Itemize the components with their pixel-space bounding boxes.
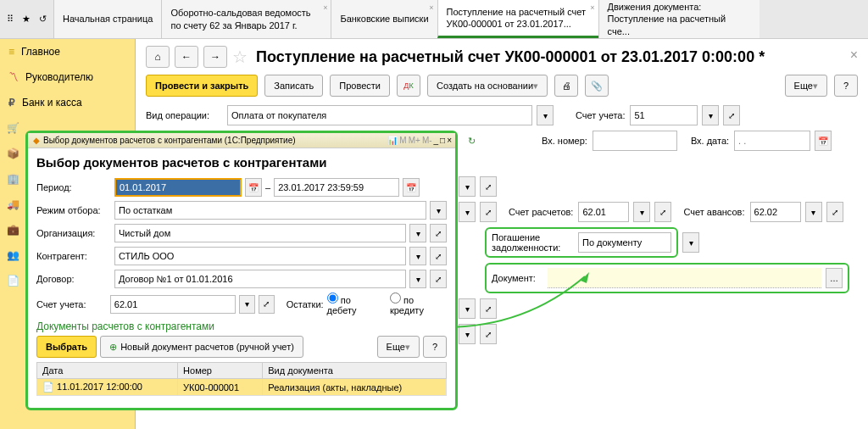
dropdown-icon[interactable]: ▾ bbox=[409, 270, 426, 288]
open-icon[interactable]: ⤢ bbox=[480, 298, 497, 319]
back-button[interactable]: ← bbox=[175, 46, 198, 68]
dropdown-icon[interactable]: ▾ bbox=[459, 202, 476, 222]
dropdown-icon[interactable]: ▾ bbox=[459, 324, 476, 344]
print-button[interactable]: 🖨 bbox=[554, 75, 578, 97]
create-based-button[interactable]: Создать на основании bbox=[427, 75, 548, 97]
period-from-input[interactable] bbox=[114, 178, 242, 197]
tab-home[interactable]: Начальная страница bbox=[53, 0, 161, 38]
dropdown-icon[interactable]: ▾ bbox=[633, 202, 650, 222]
advance-account-input[interactable] bbox=[750, 202, 801, 222]
refresh-icon[interactable]: ↻ bbox=[468, 136, 476, 147]
new-doc-button[interactable]: ⊕Новый документ расчетов (ручной учет) bbox=[100, 336, 303, 358]
apps-icon[interactable]: ⠿ bbox=[7, 14, 14, 25]
m-icon[interactable]: M bbox=[399, 136, 406, 145]
sidebar-item-9[interactable]: 👥 bbox=[0, 242, 25, 268]
home-button[interactable]: ⌂ bbox=[146, 46, 170, 68]
tab-osv[interactable]: Оборотно-сальдовая ведомость по счету 62… bbox=[161, 0, 331, 38]
section-title: Документы расчетов с контрагентами bbox=[36, 320, 447, 332]
open-icon[interactable]: ⤢ bbox=[430, 224, 447, 242]
sidebar-item-5[interactable]: 📦 bbox=[0, 141, 25, 166]
close-icon[interactable]: × bbox=[590, 3, 594, 14]
open-icon[interactable]: ⤢ bbox=[480, 176, 497, 197]
sidebar-item-10[interactable]: 📄 bbox=[0, 268, 25, 293]
dropdown-icon[interactable]: ▾ bbox=[430, 201, 447, 220]
history-icon[interactable]: ↺ bbox=[39, 14, 47, 25]
sidebar-item-4[interactable]: 🛒 bbox=[0, 115, 25, 141]
favorite-icon[interactable]: ☆ bbox=[232, 47, 248, 67]
dropdown-icon[interactable]: ▾ bbox=[682, 232, 699, 253]
selection-mode-input[interactable] bbox=[114, 201, 426, 220]
col-doctype[interactable]: Вид документа bbox=[263, 363, 447, 379]
save-button[interactable]: Записать bbox=[264, 75, 323, 97]
select-button[interactable]: Выбрать bbox=[36, 336, 97, 358]
post-and-close-button[interactable]: Провести и закрыть bbox=[146, 75, 258, 97]
col-number[interactable]: Номер bbox=[178, 363, 263, 379]
period-to-input[interactable] bbox=[274, 178, 399, 197]
close-icon[interactable]: × bbox=[447, 136, 452, 145]
help-button[interactable]: ? bbox=[423, 336, 447, 358]
organization-input[interactable] bbox=[114, 224, 406, 242]
open-icon[interactable]: ⤢ bbox=[480, 202, 497, 222]
counterparty-input[interactable] bbox=[114, 247, 406, 265]
table-row[interactable]: 📄 11.01.2017 12:00:00 УК00-000001 Реализ… bbox=[37, 379, 447, 396]
sidebar-item-label: Главное bbox=[21, 46, 60, 58]
open-icon[interactable]: ⤢ bbox=[654, 202, 671, 222]
col-date[interactable]: Дата bbox=[37, 363, 178, 379]
sidebar-item-6[interactable]: 🏢 bbox=[0, 166, 25, 192]
close-document-icon[interactable]: × bbox=[850, 47, 858, 63]
document-input[interactable] bbox=[548, 268, 821, 288]
sidebar-item-main[interactable]: ≡ Главное bbox=[0, 39, 135, 64]
maximize-icon[interactable]: □ bbox=[440, 136, 445, 145]
dropdown-icon[interactable]: ▾ bbox=[459, 176, 476, 197]
ellipsis-icon[interactable]: … bbox=[826, 268, 843, 288]
account-input[interactable] bbox=[630, 105, 698, 125]
m-minus-icon[interactable]: M- bbox=[422, 136, 432, 145]
debt-repay-input[interactable] bbox=[578, 232, 671, 253]
forward-button[interactable]: → bbox=[203, 46, 227, 68]
operation-type-input[interactable] bbox=[227, 105, 532, 125]
calendar-icon[interactable]: 📅 bbox=[245, 178, 262, 197]
attach-button[interactable]: 📎 bbox=[585, 75, 609, 97]
settlement-account-input[interactable] bbox=[578, 202, 629, 222]
calendar-icon[interactable]: 📅 bbox=[815, 131, 832, 151]
dropdown-icon[interactable]: ▾ bbox=[409, 224, 426, 242]
contract-input[interactable] bbox=[114, 270, 406, 288]
sidebar-item-8[interactable]: 💼 bbox=[0, 217, 25, 242]
tab-movements[interactable]: Движения документа: Поступление на расче… bbox=[598, 0, 760, 38]
open-icon[interactable]: ⤢ bbox=[723, 105, 740, 125]
sidebar-item-bank[interactable]: ₽ Банк и касса bbox=[0, 90, 135, 115]
close-icon[interactable]: × bbox=[429, 3, 433, 14]
help-button[interactable]: ? bbox=[834, 75, 858, 97]
dropdown-icon[interactable]: ▾ bbox=[409, 247, 426, 265]
calendar-icon[interactable]: 📅 bbox=[403, 178, 420, 197]
open-icon[interactable]: ⤢ bbox=[259, 295, 275, 314]
open-icon[interactable]: ⤢ bbox=[430, 270, 447, 288]
by-credit-radio[interactable]: по кредиту bbox=[390, 292, 447, 315]
close-icon[interactable]: × bbox=[323, 3, 327, 14]
dropdown-icon[interactable]: ▾ bbox=[805, 202, 822, 222]
dk-button[interactable]: ДК bbox=[397, 75, 420, 97]
dropdown-icon[interactable]: ▾ bbox=[702, 105, 719, 125]
open-icon[interactable]: ⤢ bbox=[430, 247, 447, 265]
calc-icon[interactable]: 📊 bbox=[387, 136, 398, 145]
dialog-titlebar[interactable]: ◆ Выбор документов расчетов с контрагент… bbox=[28, 133, 455, 148]
open-icon[interactable]: ⤢ bbox=[826, 202, 843, 222]
dropdown-icon[interactable]: ▾ bbox=[459, 298, 476, 319]
open-icon[interactable]: ⤢ bbox=[480, 324, 497, 344]
dropdown-icon[interactable]: ▾ bbox=[537, 105, 554, 125]
sidebar-item-manager[interactable]: 〽 Руководителю bbox=[0, 64, 135, 90]
by-debit-radio[interactable]: по дебету bbox=[327, 292, 380, 315]
in-number-input[interactable] bbox=[593, 131, 677, 151]
star-icon[interactable]: ★ bbox=[22, 14, 31, 25]
dialog-account-input[interactable] bbox=[110, 295, 236, 314]
sidebar-item-7[interactable]: 🚚 bbox=[0, 192, 25, 217]
minimize-icon[interactable]: _ bbox=[434, 136, 439, 145]
post-button[interactable]: Провести bbox=[330, 75, 390, 97]
more-button[interactable]: Еще bbox=[377, 336, 420, 358]
in-date-input[interactable] bbox=[734, 131, 810, 151]
m-plus-icon[interactable]: M+ bbox=[409, 136, 420, 145]
dropdown-icon[interactable]: ▾ bbox=[239, 295, 255, 314]
tab-receipt[interactable]: Поступление на расчетный счет УК00-00000… bbox=[437, 0, 598, 38]
more-button[interactable]: Еще bbox=[785, 75, 827, 97]
tab-bank[interactable]: Банковские выписки× bbox=[331, 0, 437, 38]
